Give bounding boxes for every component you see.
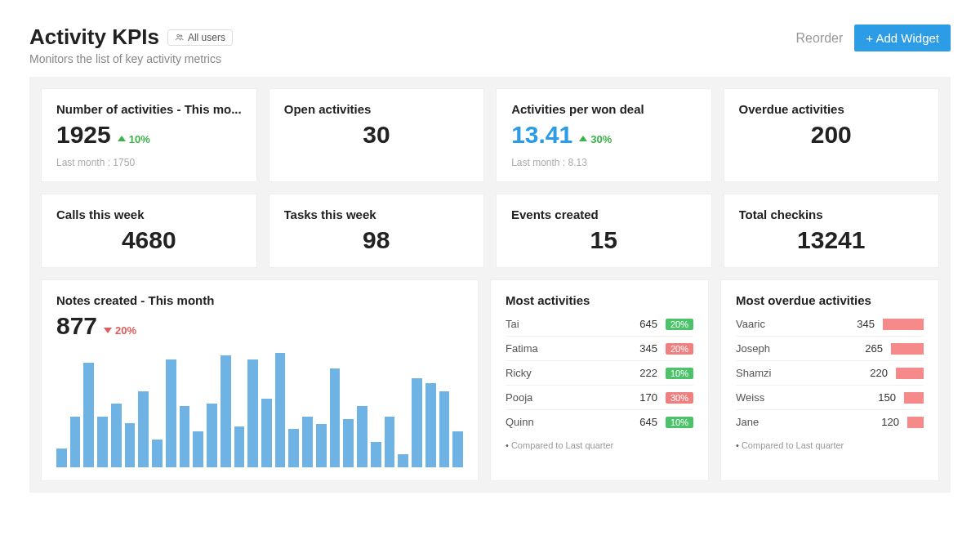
rank-bar — [883, 319, 924, 330]
rank-bar — [907, 417, 924, 428]
chart-bar — [220, 355, 231, 467]
svg-point-0 — [177, 34, 180, 37]
rank-value: 645 — [623, 416, 657, 428]
list-item[interactable]: Pooja 170 30% — [506, 386, 693, 410]
chart-bar — [275, 353, 286, 467]
most-overdue-list: Vaaric 345 Joseph 265 Shamzi 220 Weiss 1… — [736, 312, 924, 434]
chart-bar — [207, 404, 217, 467]
rank-badge: 10% — [666, 417, 693, 428]
card-footer: Last month : 8.13 — [511, 157, 696, 168]
card-title: Notes created - This month — [56, 293, 463, 307]
rank-value: 345 — [623, 342, 657, 355]
chart-bar — [302, 417, 313, 467]
trend-pct: 10% — [129, 133, 150, 145]
chart-bar — [56, 449, 67, 467]
title-row: Activity KPIs All users — [29, 25, 233, 50]
header-left: Activity KPIs All users Monitors the lis… — [29, 25, 233, 65]
rank-name: Ricky — [506, 367, 623, 379]
svg-marker-2 — [118, 136, 126, 141]
chart-bar — [316, 424, 327, 467]
trend-down-icon — [104, 326, 112, 334]
kpi-card[interactable]: Number of activities - This mo... 1925 1… — [41, 88, 257, 182]
chart-bar — [97, 417, 108, 467]
metric-value: 15 — [590, 226, 617, 254]
trend-indicator: 20% — [104, 324, 136, 337]
header: Activity KPIs All users Monitors the lis… — [0, 0, 980, 77]
chart-bar — [125, 423, 136, 467]
rank-bar — [891, 343, 924, 355]
rank-value: 150 — [862, 391, 896, 404]
list-item[interactable]: Tai 645 20% — [506, 312, 693, 337]
rank-value: 222 — [623, 367, 657, 379]
header-right: Reorder + Add Widget — [796, 25, 951, 51]
rank-bar — [896, 368, 924, 379]
chart-bar — [70, 417, 81, 467]
trend-up-icon — [118, 135, 126, 143]
svg-marker-3 — [579, 136, 587, 141]
card-footer: Last month : 1750 — [56, 157, 242, 168]
kpi-card[interactable]: Events created 15 — [496, 194, 712, 268]
list-item[interactable]: Weiss 150 — [736, 386, 924, 410]
chart-bar — [180, 406, 190, 467]
trend-pct: 30% — [590, 133, 612, 145]
kpi-card[interactable]: Total checkins 13241 — [724, 194, 940, 268]
chart-bar — [288, 429, 299, 467]
chart-bar — [398, 454, 408, 467]
metric-value: 30 — [363, 121, 390, 149]
notes-created-card[interactable]: Notes created - This month 877 20% — [41, 279, 479, 481]
users-icon — [175, 33, 184, 42]
chart-bar — [166, 359, 176, 467]
chart-bar — [83, 363, 94, 467]
chart-bar — [343, 419, 354, 467]
list-item[interactable]: Ricky 222 10% — [506, 361, 693, 386]
metric-line: 877 20% — [56, 312, 463, 340]
rank-name: Fatima — [506, 342, 623, 355]
metric-value: 4680 — [122, 226, 176, 254]
list-item[interactable]: Jane 120 — [736, 410, 924, 434]
rank-bar — [904, 392, 924, 404]
user-selector[interactable]: All users — [167, 29, 233, 46]
chart-bar — [247, 359, 258, 467]
chart-bar — [439, 391, 450, 467]
most-activities-card[interactable]: Most activities Tai 645 20%Fatima 345 20… — [490, 279, 709, 481]
compare-note: Compared to Last quarter — [506, 440, 693, 450]
list-item[interactable]: Quinn 645 10% — [506, 410, 693, 434]
card-title: Calls this week — [56, 208, 242, 221]
rank-name: Joseph — [736, 342, 849, 355]
kpi-card[interactable]: Calls this week 4680 — [41, 194, 257, 268]
rank-name: Pooja — [506, 391, 623, 404]
kpi-card[interactable]: Open activities30 — [269, 88, 484, 182]
rank-value: 170 — [623, 391, 657, 404]
chart-bar — [371, 442, 381, 467]
rank-value: 265 — [849, 342, 883, 355]
list-item[interactable]: Shamzi 220 — [736, 361, 924, 386]
rank-badge: 20% — [666, 343, 693, 355]
chart-bar — [425, 383, 436, 467]
svg-point-1 — [180, 35, 182, 37]
chart-bar — [152, 440, 163, 467]
kpi-card[interactable]: Overdue activities200 — [724, 88, 939, 182]
list-item[interactable]: Fatima 345 20% — [506, 337, 693, 361]
metric-value: 877 — [56, 312, 97, 340]
card-title: Events created — [511, 208, 697, 221]
rank-badge: 20% — [666, 319, 693, 330]
list-item[interactable]: Vaaric 345 — [736, 312, 924, 337]
rank-name: Shamzi — [736, 367, 853, 379]
card-title: Number of activities - This mo... — [56, 102, 242, 116]
add-widget-button[interactable]: + Add Widget — [854, 25, 951, 51]
list-item[interactable]: Joseph 265 — [736, 337, 924, 361]
rank-value: 220 — [853, 367, 888, 379]
metric-value: 13.41 — [511, 121, 572, 149]
trend-pct: 20% — [115, 324, 136, 337]
reorder-link[interactable]: Reorder — [796, 31, 844, 46]
rank-badge: 30% — [666, 392, 693, 404]
most-overdue-card[interactable]: Most overdue activities Vaaric 345 Josep… — [720, 279, 939, 481]
svg-marker-4 — [104, 328, 112, 333]
kpi-row-1: Number of activities - This mo... 1925 1… — [41, 88, 939, 182]
chart-bar — [138, 391, 149, 467]
chart-bar — [234, 426, 245, 467]
kpi-card[interactable]: Activities per won deal 13.41 30%Last mo… — [496, 88, 711, 182]
metric-value: 98 — [363, 226, 390, 254]
kpi-card[interactable]: Tasks this week 98 — [269, 194, 485, 268]
chart-bar — [385, 417, 395, 467]
